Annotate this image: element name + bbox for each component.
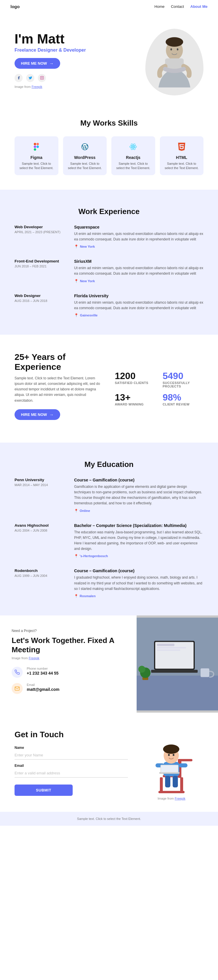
email-label-form: Email xyxy=(14,764,128,768)
company-3: Florida University xyxy=(74,294,204,298)
edu-pin-2: 📍 xyxy=(74,554,78,558)
work-desc-2: Ut enim ad minim veniam, quis nostrud ex… xyxy=(74,266,204,277)
twitter-icon[interactable] xyxy=(26,74,34,82)
contact-email-item: Email matt@gmail.com xyxy=(12,683,125,694)
svg-rect-37 xyxy=(179,764,188,767)
work-right-1: Squarespace Ut enim ad minim veniam, qui… xyxy=(74,225,204,248)
work-items-list: Web Developer APRIL 2021 – 2023 (PRESENT… xyxy=(14,225,204,317)
contact-section: Get in Touch Name Email SUBMIT xyxy=(0,713,218,812)
hero-image xyxy=(145,29,204,95)
hero-image-credit: Image from Freepik xyxy=(14,85,139,89)
email-icon-wrap xyxy=(12,683,22,694)
phone-icon xyxy=(14,670,20,675)
hero-text: I'm Matt Freelance Designer & Developer … xyxy=(14,29,139,89)
nav-links: Home Contact About Me xyxy=(154,4,208,9)
cta-desk-svg xyxy=(136,616,218,713)
skill-card-react: Reactjs Sample text. Click to select the… xyxy=(111,136,155,175)
skill-card-figma: Figma Sample text. Click to select the T… xyxy=(14,136,58,175)
svg-rect-46 xyxy=(161,765,178,772)
submit-button[interactable]: SUBMIT xyxy=(14,784,73,796)
arrow-stats-icon: → xyxy=(50,412,54,417)
phone-value: +1 232 343 44 55 xyxy=(27,671,58,676)
edu-date-2: AUG 2004 – JUN 2008 xyxy=(14,529,66,532)
hero-subtitle: Freelance Designer & Developer xyxy=(14,48,139,53)
stat-clients-num: 1200 xyxy=(115,371,156,380)
hire-me-button[interactable]: HIRE ME NOW → xyxy=(14,58,60,69)
svg-rect-8 xyxy=(37,143,39,145)
name-input[interactable] xyxy=(14,751,128,760)
facebook-icon[interactable] xyxy=(14,74,22,82)
stats-heading: 25+ Years of Experience xyxy=(14,352,103,372)
illustration-container: Image from Freepik xyxy=(143,730,200,800)
work-right-2: SiriusXM Ut enim ad minim veniam, quis n… xyxy=(74,259,204,283)
edu-location-2: 📍 's-Hertogenbosch xyxy=(74,554,204,558)
job-title-1: Web Developer xyxy=(14,225,66,229)
svg-rect-23 xyxy=(157,647,186,648)
edu-location-1: 📍 Online xyxy=(74,509,204,513)
job-title-3: Web Designer xyxy=(14,294,66,298)
skills-title: My Works Skills xyxy=(14,119,204,127)
svg-rect-31 xyxy=(180,777,183,792)
work-desc-1: Ut enim ad minim veniam, quis nostrud ex… xyxy=(74,231,204,242)
edu-items-list: Penn University MAR 2014 – MAY 2014 Cour… xyxy=(14,478,204,598)
svg-rect-25 xyxy=(200,668,209,677)
phone-details: Phone number +1 232 343 44 55 xyxy=(27,667,58,676)
location-2: 📍 New York xyxy=(74,279,204,283)
svg-rect-18 xyxy=(136,676,218,710)
edu-date-3: AUG 1999 – JUN 2004 xyxy=(14,574,66,578)
work-desc-3: Ut enim ad minim veniam, quis nostrud ex… xyxy=(74,300,204,311)
svg-rect-30 xyxy=(160,777,163,792)
svg-rect-0 xyxy=(40,76,43,80)
course-1: Course – Gamification (course) xyxy=(74,478,204,482)
react-icon xyxy=(115,143,151,153)
hero-person-svg xyxy=(148,35,200,95)
stat-projects: 5490 SUCCESSFULLY PROJECTS xyxy=(163,371,204,388)
education-section: My Education Penn University MAR 2014 – … xyxy=(0,442,218,616)
hire-me-stats-button[interactable]: HIRE ME NOW → xyxy=(14,409,60,420)
svg-rect-39 xyxy=(173,776,178,788)
work-item-1: Web Developer APRIL 2021 – 2023 (PRESENT… xyxy=(14,225,204,248)
svg-point-4 xyxy=(170,48,172,50)
edu-right-3: Course – Gamification (course) I graduat… xyxy=(74,568,204,598)
wordpress-label: WordPress xyxy=(67,155,103,160)
svg-rect-10 xyxy=(34,148,36,151)
pin-icon-2: 📍 xyxy=(74,279,79,283)
html-desc: Sample text. Click to select the Text El… xyxy=(164,162,200,170)
svg-rect-22 xyxy=(157,644,175,646)
nav-about[interactable]: About Me xyxy=(191,4,208,9)
nav-home[interactable]: Home xyxy=(154,4,165,9)
contact-phone-item: Phone number +1 232 343 44 55 xyxy=(12,667,125,678)
email-input[interactable] xyxy=(14,769,128,778)
instagram-icon[interactable] xyxy=(38,74,46,82)
stats-section: 25+ Years of Experience Sample text. Cli… xyxy=(0,335,218,442)
wordpress-desc: Sample text. Click to select the Text El… xyxy=(67,162,103,170)
skill-card-html: HTML Sample text. Click to select the Te… xyxy=(160,136,204,175)
navbar: logo Home Contact About Me xyxy=(0,0,218,13)
cta-left: Need a Project? Let's Work Together. Fix… xyxy=(0,616,136,713)
work-right-3: Florida University Ut enim ad minim veni… xyxy=(74,294,204,317)
pin-icon-3: 📍 xyxy=(74,313,79,317)
edu-item-2: Avans Highschool AUG 2004 – JUN 2008 Bac… xyxy=(14,523,204,558)
wordpress-icon xyxy=(67,143,103,153)
hero-name: I'm Matt xyxy=(14,32,139,46)
edu-right-2: Bachelor – Computer Science (Specializat… xyxy=(74,523,204,558)
svg-rect-38 xyxy=(165,776,170,788)
cta-freepik-link[interactable]: Freepik xyxy=(29,656,40,660)
cta-image xyxy=(136,616,218,713)
freepik-link[interactable]: Freepik xyxy=(32,85,42,89)
contact-freepik-link[interactable]: Freepik xyxy=(175,797,186,800)
uni-1: Penn University xyxy=(14,478,66,482)
phone-icon-wrap xyxy=(12,667,22,678)
stat-review: 98% CLIENT REVIEW xyxy=(163,393,204,406)
stat-clients: 1200 SATISFIED CLIENTS xyxy=(115,371,156,388)
svg-point-28 xyxy=(138,666,145,673)
edu-left-3: Rodenborch AUG 1999 – JUN 2004 xyxy=(14,568,66,598)
nav-contact[interactable]: Contact xyxy=(171,4,184,9)
stat-review-num: 98% xyxy=(163,393,204,402)
hero-section: I'm Matt Freelance Designer & Developer … xyxy=(0,13,218,101)
stat-awards-label: AWARD WINNING xyxy=(115,402,156,406)
edu-desc-1: Gamification is the application of game … xyxy=(74,484,204,506)
name-form-group: Name xyxy=(14,746,128,760)
footer: Sample text. Click to select the Text El… xyxy=(0,812,218,826)
email-details: Email matt@gmail.com xyxy=(27,683,59,692)
